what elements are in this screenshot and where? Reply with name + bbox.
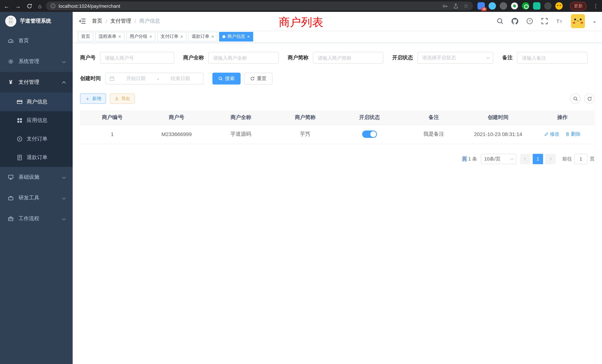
filter-label: 商户号 [80,54,96,61]
url-text: localhost:1024/pay/merchant [59,3,120,9]
home-icon[interactable]: ⌂ [38,3,42,9]
card-icon [16,99,23,105]
url-bar[interactable]: localhost:1024/pay/merchant ☆ [46,1,473,10]
full-name-input[interactable] [208,52,279,64]
search-icon[interactable] [497,18,503,24]
forward-icon[interactable]: → [15,3,21,9]
extension-icon[interactable]: 10 [477,2,485,10]
breadcrumb-separator: / [135,18,136,24]
sidebar-item-dev-tools[interactable]: 研发工具 [0,188,73,208]
export-button[interactable]: 导出 [110,93,135,104]
extension-icon[interactable] [522,2,529,10]
github-icon[interactable] [512,18,518,24]
extension-icon[interactable] [489,2,496,10]
page-content: 商户号 商户全称 商户简称 开启状态 请选择开启状态 [73,43,602,364]
sidebar-item-system[interactable]: 系统管理 [0,51,73,72]
extension-icon[interactable] [511,2,518,10]
start-date-placeholder[interactable]: 开始日期 [117,75,155,82]
extension-icon[interactable] [544,2,552,10]
tab-user-group[interactable]: 用户分组× [126,32,155,41]
search-icon [573,96,578,101]
app-logo-row[interactable]: 芋道管理系统 [0,12,73,30]
tab-close-icon[interactable]: × [118,34,121,39]
breadcrumb-separator: / [106,18,107,24]
col-actions: 操作 [530,110,595,125]
chevron-down-icon [510,156,514,160]
sidebar-item-refund-order[interactable]: 退款订单 [0,148,73,167]
tab-refund-order[interactable]: 退款订单× [188,32,217,41]
refresh-icon [250,76,255,81]
filter-remark: 备注 [502,52,588,64]
bookmark-star-icon[interactable]: ☆ [463,3,469,9]
breadcrumb-home[interactable]: 首页 [92,18,102,24]
breadcrumb: 首页 / 支付管理 / 商户信息 [92,18,160,24]
profile-avatar-icon[interactable] [555,2,563,10]
page-number-button[interactable]: 1 [533,154,543,164]
tab-pay-order[interactable]: 支付订单× [157,32,186,41]
end-date-placeholder[interactable]: 结束日期 [161,75,199,82]
pagination: 共 1 条 10条/页 1 前往 页 [80,154,595,164]
sidebar-item-app-info[interactable]: 应用信息 [0,111,73,130]
sidebar-item-infrastructure[interactable]: 基础设施 [0,167,73,188]
remark-input[interactable] [517,52,588,64]
site-info-icon[interactable] [50,3,56,9]
briefcase-icon [7,216,14,222]
sidebar-item-payment[interactable]: ¥ 支付管理 [0,72,73,93]
create-time-range-picker[interactable]: 开始日期 - 结束日期 [105,73,204,85]
next-page-button[interactable] [545,154,556,164]
add-button[interactable]: ＋ 新增 [80,93,106,104]
status-toggle[interactable] [362,130,377,138]
toggle-search-button[interactable] [570,93,580,104]
back-icon[interactable]: ← [4,3,9,9]
sidebar-item-home[interactable]: 首页 [0,30,73,51]
status-select[interactable]: 请选择开启状态 [417,52,493,64]
chevron-right-icon [548,157,552,161]
sidebar-item-label: 基础设施 [19,174,39,181]
fullscreen-icon[interactable] [541,18,548,24]
sidebar-item-label: 支付管理 [19,79,39,86]
col-remark: 备注 [402,110,466,125]
extension-icon[interactable] [533,2,540,10]
short-name-input[interactable] [313,52,383,64]
refresh-table-button[interactable] [584,93,595,104]
chevron-down-icon [486,55,490,59]
sidebar-item-pay-order[interactable]: 支付订单 [0,130,73,148]
sidebar-item-workflow[interactable]: 工作流程 [0,208,73,229]
gear-icon [7,59,14,64]
prev-page-button[interactable] [520,154,530,164]
delete-link[interactable]: 删除 [565,131,580,138]
user-avatar[interactable] [571,14,585,28]
browser-menu-icon[interactable]: ⋮ [593,3,598,9]
cell-merchant-no: M233666999 [144,125,209,144]
chevron-up-icon [62,81,66,85]
help-icon[interactable]: ? [526,18,533,24]
share-icon[interactable] [453,3,458,9]
extension-icon[interactable] [500,2,507,10]
tab-merchant-info[interactable]: 商户信息× [219,32,253,41]
omnibox-actions: ☆ [442,3,469,9]
browser-update-button[interactable]: 更新 [570,2,586,10]
reload-icon[interactable] [27,3,32,9]
page-size-select[interactable]: 10条/页 [481,154,516,164]
sidebar-item-merchant-info[interactable]: 商户信息 [0,93,73,111]
tab-close-icon[interactable]: × [149,34,152,39]
app-title: 芋道管理系统 [20,18,51,24]
cell-full-name: 芋道源码 [209,125,273,144]
edit-link[interactable]: 修改 [544,131,559,138]
sidebar-fold-icon[interactable] [79,17,86,25]
tab-close-icon[interactable]: × [180,34,183,39]
tab-close-icon[interactable]: × [247,34,250,39]
chevron-down-icon [62,60,66,63]
navbar-actions: ? TT [497,14,596,28]
breadcrumb-payment[interactable]: 支付管理 [110,18,131,24]
merchant-no-input[interactable] [100,52,174,64]
reset-button[interactable]: 重置 [244,73,272,85]
font-size-icon[interactable]: TT [556,18,563,24]
tab-home[interactable]: 首页 [78,32,93,41]
search-button[interactable]: 搜索 [212,73,241,85]
key-icon[interactable] [442,3,448,9]
user-menu-caret-icon[interactable] [593,21,596,24]
goto-page-input[interactable] [574,154,588,164]
tab-close-icon[interactable]: × [211,34,214,39]
tab-process-form[interactable]: 流程表单× [95,32,124,41]
